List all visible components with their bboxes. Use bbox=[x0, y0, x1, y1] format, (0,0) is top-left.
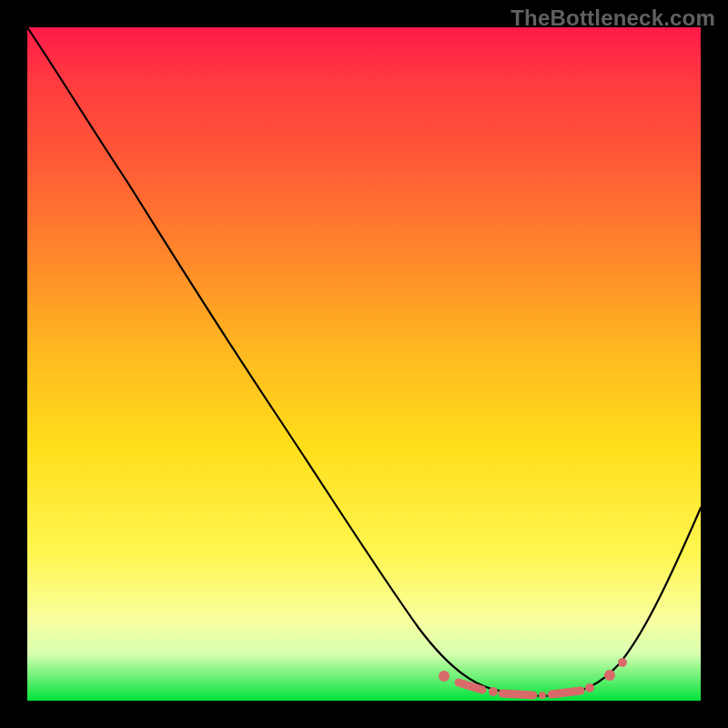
marker-dash bbox=[502, 693, 533, 695]
marker-dot bbox=[439, 671, 450, 682]
marker-dot bbox=[489, 687, 498, 696]
watermark-text: TheBottleneck.com bbox=[511, 5, 715, 31]
chart-frame: TheBottleneck.com bbox=[0, 0, 728, 728]
bottleneck-curve bbox=[27, 27, 701, 696]
marker-dot bbox=[585, 683, 594, 693]
marker-dash bbox=[551, 691, 581, 694]
curve-layer bbox=[27, 27, 701, 701]
plot-area bbox=[27, 27, 701, 701]
marker-dot bbox=[618, 658, 627, 667]
marker-dot bbox=[539, 692, 546, 699]
marker-dot bbox=[604, 670, 615, 681]
